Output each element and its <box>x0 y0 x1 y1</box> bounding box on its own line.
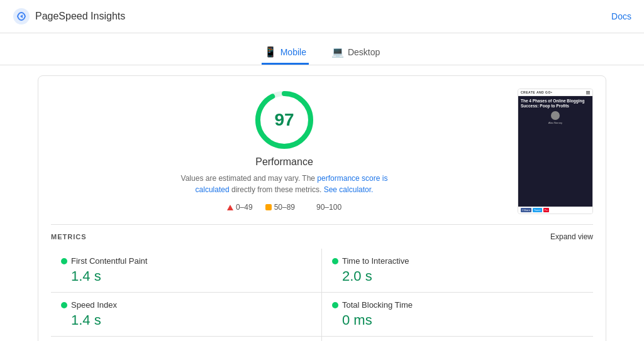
si-value: 1.4 s <box>71 312 311 328</box>
docs-link[interactable]: Docs <box>611 11 631 21</box>
metric-si: Speed Index 1.4 s <box>51 293 322 337</box>
pagespeed-logo-icon <box>13 8 30 25</box>
screenshot-footer: f Share Tweet Pin <box>518 207 592 214</box>
tti-label: Time to Interactive <box>342 256 409 266</box>
tti-dot <box>332 258 338 264</box>
values-note-text: Values are estimated and may vary. The <box>181 174 318 183</box>
fcp-value: 1.4 s <box>71 268 311 284</box>
score-and-screenshot: 97 Performance Values are estimated and … <box>51 89 593 214</box>
legend-fail-label: 0–49 <box>236 203 253 212</box>
tti-value: 2.0 s <box>342 268 583 284</box>
metrics-section: METRICS Expand view First Contentful Pai… <box>51 224 593 341</box>
logo-text: PageSpeed Insights <box>35 11 125 22</box>
score-ring: 97 <box>253 89 316 151</box>
main-content: 97 Performance Values are estimated and … <box>0 65 644 341</box>
screenshot-hero: The 4 Phases of Online Blogging Success:… <box>518 96 592 207</box>
pin-btn: Pin <box>543 208 550 212</box>
legend-fail: 0–49 <box>227 203 253 212</box>
values-note: Values are estimated and may vary. The p… <box>177 173 391 195</box>
see-calculator-link[interactable]: See calculator. <box>324 185 374 194</box>
pass-icon <box>308 204 314 210</box>
legend-pass-label: 90–100 <box>316 203 341 212</box>
tbt-dot <box>332 302 338 308</box>
metrics-header: METRICS Expand view <box>51 232 593 241</box>
tbt-label: Total Blocking Time <box>342 300 413 310</box>
tbt-value: 0 ms <box>342 312 583 328</box>
legend: 0–49 50–89 90–100 <box>227 203 341 212</box>
desktop-tab-icon: 💻 <box>331 46 344 58</box>
metric-si-label-row: Speed Index <box>61 300 311 310</box>
legend-average-label: 50–89 <box>274 203 295 212</box>
facebook-btn: f Share <box>521 208 531 212</box>
fcp-dot <box>61 258 67 264</box>
values-note-text2: directly from these metrics. <box>231 185 324 194</box>
metric-tbt: Total Blocking Time 0 ms <box>322 293 593 337</box>
tweet-btn: Tweet <box>533 208 542 212</box>
screenshot-sub: Alex Nerney <box>521 121 590 124</box>
score-section: 97 Performance Values are estimated and … <box>51 89 518 212</box>
legend-average: 50–89 <box>265 203 295 212</box>
header: PageSpeed Insights Docs <box>0 0 644 33</box>
mobile-tab-icon: 📱 <box>264 46 277 58</box>
si-label: Speed Index <box>71 300 117 310</box>
screenshot-title: The 4 Phases of Online Blogging Success:… <box>521 99 590 109</box>
screenshot-mock: CREATE AND GO• The 4 Phases of Online Bl… <box>518 89 592 214</box>
desktop-tab-label: Desktop <box>348 47 380 57</box>
metrics-grid: First Contentful Paint 1.4 s Time to Int… <box>51 249 593 341</box>
metric-fcp: First Contentful Paint 1.4 s <box>51 249 322 293</box>
metric-lcp: Largest Contentful Paint 2.6 s <box>51 337 322 341</box>
metric-tbt-label-row: Total Blocking Time <box>332 300 583 310</box>
tab-desktop[interactable]: 💻 Desktop <box>329 41 382 65</box>
metric-cls: Cumulative Layout Shift 0 <box>322 337 593 341</box>
fail-icon <box>227 205 233 210</box>
tabs-container: 📱 Mobile 💻 Desktop <box>0 33 644 65</box>
screenshot-avatar <box>551 111 560 120</box>
average-icon <box>265 204 272 210</box>
fcp-label: First Contentful Paint <box>71 256 147 266</box>
results-area: 97 Performance Values are estimated and … <box>38 75 606 341</box>
tab-mobile[interactable]: 📱 Mobile <box>262 41 309 65</box>
logo-area: PageSpeed Insights <box>13 8 125 25</box>
screenshot-site-name: CREATE AND GO• <box>521 90 552 94</box>
mobile-tab-label: Mobile <box>280 47 306 57</box>
expand-view-button[interactable]: Expand view <box>550 232 593 241</box>
hamburger-icon <box>586 91 590 94</box>
metric-tti: Time to Interactive 2.0 s <box>322 249 593 293</box>
screenshot-header: CREATE AND GO• <box>518 89 592 96</box>
performance-label: Performance <box>255 156 313 168</box>
metrics-title: METRICS <box>51 233 87 241</box>
legend-pass: 90–100 <box>308 203 341 212</box>
metric-fcp-label-row: First Contentful Paint <box>61 256 311 266</box>
si-dot <box>61 302 67 308</box>
score-number: 97 <box>274 110 294 130</box>
screenshot-area: CREATE AND GO• The 4 Phases of Online Bl… <box>518 89 593 214</box>
metric-tti-label-row: Time to Interactive <box>332 256 583 266</box>
